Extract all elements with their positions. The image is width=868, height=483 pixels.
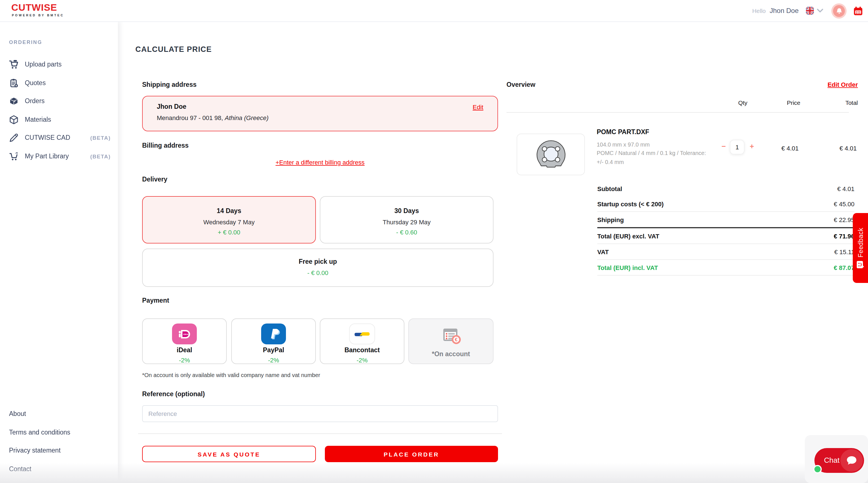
edit-order-link[interactable]: Edit Order [827,81,858,88]
bancontact-logo-icon [349,323,375,344]
payment-method-name: PayPal [263,347,284,353]
sidebar-link-terms[interactable]: Terms and conditions [9,429,70,436]
delivery-option-price: - € 0.00 [143,269,493,276]
uk-flag-icon[interactable] [806,7,814,15]
totals-label: VAT [597,248,609,255]
totals-label: Shipping [597,216,624,223]
logo[interactable]: CUTWISE [11,3,57,12]
totals-value: € 87.07 [834,264,855,271]
totals-row-startup-costs: Startup costs (< € 200) € 45.00 [597,196,855,212]
svg-text:€: € [455,337,457,343]
totals-value: € 71.96 [834,232,855,239]
part-thumbnail [517,134,585,175]
app-root: CUTWISE POWERED BY BMTEC Hello Jhon Doe … [0,0,868,483]
totals-label: Startup costs (< € 200) [597,200,663,207]
sidebar-item-orders[interactable]: Orders [0,94,118,108]
column-header-total: Total [845,99,858,106]
totals-value: € 15.11 [834,248,855,255]
totals-row-total-excl-vat: Total (EUR) excl. VAT € 71.96 [597,228,855,244]
delivery-option-date: Thursday 29 May [320,219,493,225]
place-order-button[interactable]: PLACE ORDER [325,446,498,462]
pencil-icon [9,133,19,142]
reference-input[interactable] [142,405,498,422]
sidebar-item-label: Quotes [25,79,46,86]
beta-badge: (BETA) [90,153,111,159]
sidebar-item-cutwise-cad[interactable]: CUTWISE CAD (BETA) [0,131,118,144]
item-specs-line1: POMC / Natural / 4 mm / 0.1 kg / Toleran… [597,150,706,156]
shipping-address-heading: Shipping address [142,81,196,88]
delivery-option-free-pickup[interactable]: Free pick up - € 0.00 [142,249,494,287]
totals-value: € 22.95 [834,216,855,223]
totals-row-subtotal: Subtotal € 4.01 [597,181,855,196]
totals-row-vat: VAT € 15.11 [597,244,855,260]
checkout-column: Shipping address Jhon Doe Menandrou 97 -… [142,0,498,483]
delivery-option-title: 14 Days [143,207,315,214]
payment-method-name: Bancontact [344,347,379,353]
sidebar-item-upload-parts[interactable]: Upload parts [0,58,118,71]
divider [506,112,849,113]
save-as-quote-button[interactable]: SAVE AS QUOTE [142,446,316,462]
totals-value: € 4.01 [837,185,855,192]
qty-increase-button[interactable]: + [748,142,756,151]
sidebar-item-label: My Part Library [25,153,69,160]
user-name[interactable]: Jhon Doe [770,7,799,15]
payment-method-discount: -2% [356,357,367,363]
sidebar-item-materials[interactable]: Materials [0,113,118,126]
sidebar-item-label: Upload parts [25,61,61,68]
shipping-address-line: Menandrou 97 - 001 98, Athina (Greece) [157,115,269,121]
sidebar-link-about[interactable]: About [9,410,26,417]
payment-method-paypal[interactable]: PayPal -2% [231,318,316,364]
address-part1: Menandrou 97 - 001 98, [157,115,223,121]
payment-method-ideal[interactable]: iDEAL iDeal -2% [142,318,227,364]
add-billing-label: Enter a different billing address [279,159,365,166]
delivery-option-price: - € 0.60 [320,229,493,235]
sidebar-section-label: ORDERING [9,39,42,45]
delivery-heading: Delivery [142,176,167,183]
order-totals: Subtotal € 4.01 Startup costs (< € 200) … [597,181,855,276]
chevron-down-icon[interactable] [817,8,824,13]
totals-label: Subtotal [597,185,622,192]
totals-row-total-incl-vat: Total (EUR) incl. VAT € 87.07 [597,260,855,276]
add-billing-address-link[interactable]: +Enter a different billing address [276,159,365,166]
greeting-label: Hello [752,7,766,14]
payment-method-discount: -2% [268,357,279,363]
quote-clipboard-icon [9,78,19,88]
shipping-name: Jhon Doe [157,103,186,110]
cart-icon [9,60,19,69]
delivery-option-title: Free pick up [143,258,493,265]
sidebar-item-my-part-library[interactable]: My Part Library (BETA) [0,149,118,163]
delivery-option-date: Wednesday 7 May [143,219,315,225]
calendar-icon[interactable] [853,6,863,15]
qty-decrease-button[interactable]: − [720,142,727,151]
column-header-price: Price [787,99,800,106]
payment-method-name: iDeal [177,347,192,353]
package-icon [9,96,19,106]
sidebar-item-label: CUTWISE CAD [25,134,70,141]
smiley-speech-bubble-icon [857,261,864,268]
qty-value[interactable]: 1 [730,140,744,154]
totals-row-shipping: Shipping € 22.95 [597,212,855,228]
delivery-option-title: 30 Days [320,207,493,214]
delivery-option-price: + € 0.00 [143,229,315,235]
sidebar-link-privacy[interactable]: Privacy statement [9,447,61,454]
invoice-euro-icon: € [438,323,463,348]
billing-address-heading: Billing address [142,142,189,149]
edit-shipping-link[interactable]: Edit [473,104,483,110]
sidebar-link-contact[interactable]: Contact [9,465,31,472]
delivery-option-30-days[interactable]: 30 Days Thursday 29 May - € 0.60 [320,196,494,244]
sidebar-item-quotes[interactable]: Quotes [0,76,118,90]
on-account-note: *On account is only available with valid… [142,372,320,378]
payment-method-bancontact[interactable]: Bancontact -2% [320,318,404,364]
divider [138,433,502,434]
feedback-label: Feedback [857,227,864,257]
ideal-logo-icon: iDEAL [172,323,197,344]
delivery-option-14-days[interactable]: 14 Days Wednesday 7 May + € 0.00 [142,196,316,244]
item-dimensions: 104.0 mm x 97.0 mm [597,141,650,148]
chat-button[interactable]: Chat [814,448,864,473]
feedback-tab[interactable]: Feedback [853,213,868,283]
chat-circle [840,449,863,472]
cube-icon [9,115,19,124]
payment-method-discount: -2% [179,357,190,363]
sidebar-item-label: Materials [25,116,51,123]
notification-bell-icon[interactable] [831,3,846,18]
